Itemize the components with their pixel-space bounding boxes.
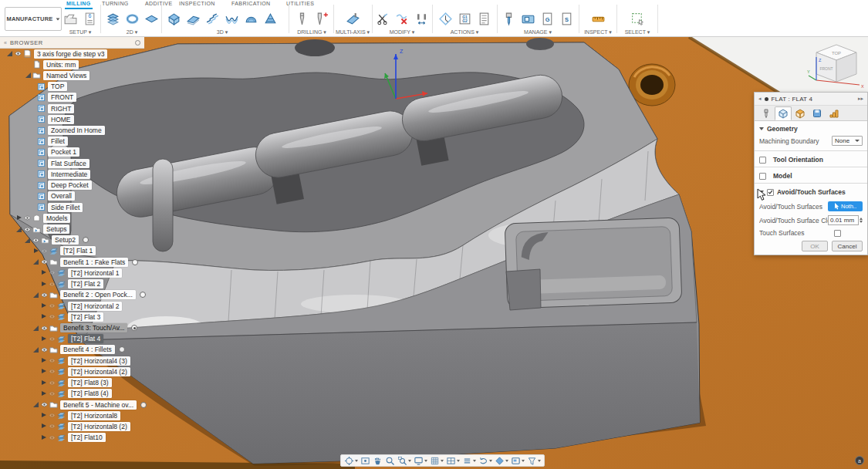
scallop-button[interactable]	[242, 9, 260, 28]
tree-row[interactable]: Fillet	[29, 137, 68, 147]
expander-closed-icon[interactable]	[40, 423, 47, 430]
tree-item-label[interactable]: [T2] Flat8 (4)	[68, 389, 112, 398]
tree-item-label[interactable]: Intermediate	[48, 170, 90, 179]
tool-library-button[interactable]	[500, 9, 518, 28]
expander-open-icon[interactable]	[32, 292, 39, 299]
tree-item-label[interactable]: [T2] Horizontal4 (3)	[68, 356, 130, 366]
group-label-modify[interactable]: MODIFY ▾	[373, 29, 431, 35]
tree-row[interactable]: [T2] Horizontal8	[40, 410, 120, 420]
tree-row[interactable]: Benefit 4 : Fillets	[32, 345, 125, 355]
tree-row[interactable]: [T2] Flat8 (4)	[40, 389, 112, 399]
tree-row[interactable]: [T2] Horizontal4 (2)	[40, 366, 130, 376]
2d-adaptive-button[interactable]	[104, 9, 122, 28]
expander-closed-icon[interactable]	[40, 302, 47, 309]
tree-row[interactable]: Benefit 5 - Machine ov...	[32, 400, 147, 410]
ribbon-tab-milling[interactable]: MILLING	[66, 1, 91, 6]
dialog-tab-passes[interactable]	[809, 106, 826, 120]
expander-open-icon[interactable]	[15, 226, 22, 233]
visibility-toggle[interactable]	[48, 412, 56, 419]
new-setup-button[interactable]	[62, 9, 79, 28]
ribbon-tab-fabrication[interactable]: FABRICATION	[231, 1, 271, 6]
model-checkbox[interactable]	[759, 173, 766, 180]
tree-item-label[interactable]: [T2] Horizontal8 (2)	[68, 422, 130, 431]
tree-item-label[interactable]: Named Views	[43, 71, 90, 80]
model-row[interactable]: Model	[759, 172, 863, 180]
tree-row[interactable]: [T2] Flat 2	[40, 279, 103, 289]
expander-closed-icon[interactable]	[32, 248, 39, 255]
visibility-toggle[interactable]	[48, 313, 56, 320]
expander-open-icon[interactable]	[24, 237, 31, 244]
turntable-button[interactable]	[478, 456, 493, 466]
tree-row[interactable]: RIGHT	[29, 103, 74, 113]
tree-item-label[interactable]: Pocket 1	[48, 147, 79, 157]
chevron-down-icon[interactable]	[457, 460, 460, 462]
window-select-button[interactable]	[629, 9, 647, 28]
post-process-button[interactable]: G1G2	[456, 9, 474, 28]
viewports-button[interactable]	[445, 456, 461, 466]
collapse-panel-icon[interactable]: «	[4, 40, 7, 46]
tree-row[interactable]: Deep Pocket	[29, 181, 92, 191]
tree-row[interactable]: Benefit 3: Touch/Av...	[32, 323, 137, 333]
expander-open-icon[interactable]	[32, 258, 39, 265]
ok-button[interactable]: OK	[802, 241, 828, 251]
visibility-toggle[interactable]	[23, 226, 32, 233]
display-settings-button[interactable]	[413, 456, 428, 466]
tree-row[interactable]: Setups	[15, 224, 69, 235]
chevron-down-icon[interactable]	[505, 460, 508, 462]
expander-closed-icon[interactable]	[40, 390, 47, 397]
tree-row[interactable]: Named Views	[25, 70, 90, 80]
geometry-section-header[interactable]: Geometry	[759, 125, 863, 133]
visibility-toggle[interactable]	[40, 258, 49, 265]
expander-closed-icon[interactable]	[40, 357, 47, 364]
tree-row[interactable]: Setup2	[24, 235, 89, 245]
dialog-header[interactable]: ◂ FLAT : FLAT 4 ▸▸	[755, 93, 867, 106]
template-library-button[interactable]: S	[558, 9, 576, 28]
pocket-clearing-button[interactable]	[184, 9, 202, 28]
tree-item-label[interactable]: Benefit 4 : Fillets	[60, 345, 115, 354]
tree-item-label[interactable]: Fillet	[48, 137, 68, 146]
steep-and-shallow-button[interactable]	[223, 9, 241, 28]
chevron-down-icon[interactable]	[355, 460, 358, 462]
setup-sheet-button[interactable]	[475, 9, 493, 28]
group-label-actions[interactable]: ACTIONS ▾	[434, 29, 495, 35]
tree-item-label[interactable]: [T2] Flat10	[68, 433, 106, 442]
tree-item-label[interactable]: Side Fillet	[48, 203, 83, 212]
zoom-window-button[interactable]	[397, 456, 412, 466]
tree-row[interactable]: Units: mm	[25, 59, 79, 69]
tree-item-label[interactable]: Models	[43, 214, 70, 223]
tree-row[interactable]: Benefit 1 : Fake Flats	[32, 257, 138, 267]
spiral-button[interactable]	[262, 9, 279, 28]
post-library-button[interactable]: G	[539, 9, 556, 28]
clearance-stepper[interactable]	[860, 218, 863, 223]
tree-row[interactable]: HOME	[29, 114, 74, 124]
visibility-toggle[interactable]	[48, 434, 56, 441]
chevron-down-icon[interactable]	[424, 460, 427, 462]
expander-closed-icon[interactable]	[15, 214, 22, 221]
expander-closed-icon[interactable]	[40, 380, 47, 386]
tree-item-label[interactable]: RIGHT	[48, 104, 74, 113]
visibility-toggle[interactable]	[40, 401, 49, 408]
dialog-expand-icon[interactable]: ▸▸	[858, 96, 863, 102]
expander-closed-icon[interactable]	[40, 368, 47, 375]
visibility-toggle[interactable]	[14, 50, 22, 57]
grid-and-snaps-button[interactable]	[429, 456, 444, 466]
tree-row[interactable]: Pocket 1	[29, 147, 79, 157]
nc-program-button[interactable]: 6	[81, 9, 99, 28]
dialog-tab-tool[interactable]	[758, 106, 775, 120]
tree-row[interactable]: [T2] Flat 3	[40, 312, 103, 322]
chevron-down-icon[interactable]	[408, 460, 411, 462]
chevron-down-icon[interactable]	[441, 460, 444, 462]
tree-item-label[interactable]: Benefit 1 : Fake Flats	[60, 258, 128, 267]
face-button[interactable]	[143, 9, 160, 28]
group-label-3d[interactable]: 3D ▾	[164, 29, 281, 35]
chevron-down-icon[interactable]	[473, 460, 476, 462]
selection-filter-button[interactable]	[526, 456, 542, 466]
swarf-button[interactable]	[344, 9, 362, 28]
visibility-toggle[interactable]	[40, 292, 49, 299]
tree-item-label[interactable]: TOP	[48, 82, 67, 91]
tree-row[interactable]: [T2] Flat 4	[40, 334, 103, 344]
tree-row[interactable]: Benefit 2 : Open Pock...	[32, 290, 146, 300]
tree-row[interactable]: Side Fillet	[29, 202, 83, 212]
adaptive-clearing-button[interactable]	[165, 9, 183, 28]
avoid-touch-checkbox[interactable]	[767, 189, 774, 196]
